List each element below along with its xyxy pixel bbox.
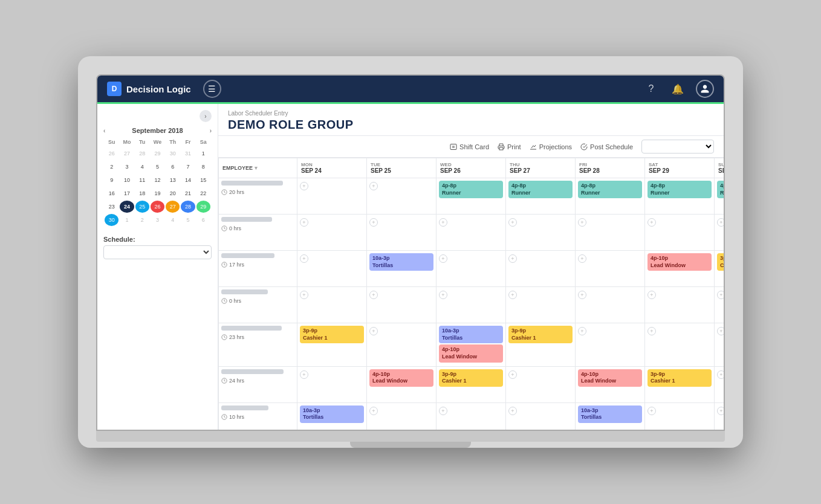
add-shift-button[interactable]: +	[439, 407, 447, 415]
add-shift-button[interactable]: +	[439, 218, 447, 227]
add-shift-button[interactable]: +	[578, 327, 586, 335]
add-shift-button[interactable]: +	[508, 254, 517, 263]
add-shift-button[interactable]: +	[508, 291, 517, 299]
shift-block[interactable]: 3p-9pCashier 1	[717, 253, 724, 271]
shift-cell-3-wed[interactable]: +	[436, 287, 506, 323]
shift-cell-2-wed[interactable]: +	[436, 251, 506, 287]
shift-block[interactable]: 4p-8pRunner	[717, 181, 724, 198]
add-shift-button[interactable]: +	[578, 218, 586, 227]
shift-cell-0-sun[interactable]: 4p-8pRunner	[715, 178, 724, 215]
shift-cell-5-thu[interactable]: +	[506, 366, 576, 402]
shift-cell-1-thu[interactable]: +	[506, 215, 576, 251]
shift-cell-6-sat[interactable]: +	[645, 402, 715, 430]
shift-cell-5-sun[interactable]: +	[715, 366, 724, 402]
shift-block[interactable]: 4p-10pLead Window	[439, 344, 503, 362]
shift-cell-6-thu[interactable]: +	[506, 402, 576, 430]
add-shift-button[interactable]: +	[439, 254, 447, 263]
add-shift-button[interactable]: +	[717, 218, 724, 227]
cal-next-button[interactable]: ›	[210, 128, 212, 134]
shift-cell-0-thu[interactable]: 4p-8pRunner	[506, 178, 576, 215]
role-group-dropdown[interactable]	[641, 140, 714, 153]
add-shift-button[interactable]: +	[439, 291, 447, 299]
add-shift-button[interactable]: +	[717, 327, 724, 335]
add-shift-button[interactable]: +	[300, 291, 308, 299]
projections-button[interactable]: Projections	[530, 143, 572, 150]
shift-block[interactable]: 10a-3pTortillas	[369, 253, 433, 271]
shift-cell-3-sun[interactable]: +	[715, 287, 724, 323]
add-shift-button[interactable]: +	[300, 218, 308, 227]
add-shift-button[interactable]: +	[647, 327, 656, 335]
add-shift-button[interactable]: +	[369, 218, 378, 227]
shift-cell-0-wed[interactable]: 4p-8pRunner	[436, 178, 506, 215]
shift-cell-1-sat[interactable]: +	[645, 215, 715, 251]
add-shift-button[interactable]: +	[647, 407, 656, 415]
add-shift-button[interactable]: +	[369, 182, 378, 190]
add-shift-button[interactable]: +	[300, 254, 308, 263]
shift-cell-3-thu[interactable]: +	[506, 287, 576, 323]
shift-block[interactable]: 4p-10pLead Window	[647, 253, 712, 271]
shift-cell-2-thu[interactable]: +	[506, 251, 576, 287]
shift-block[interactable]: 4p-8pRunner	[647, 181, 712, 198]
shift-cell-4-fri[interactable]: +	[576, 323, 645, 367]
shift-cell-3-mon[interactable]: +	[297, 287, 367, 323]
shift-cell-3-sat[interactable]: +	[645, 287, 715, 323]
shift-block[interactable]: 10a-3pTortillas	[439, 326, 503, 343]
shift-cell-0-tue[interactable]: +	[367, 178, 436, 215]
shift-block[interactable]: 10a-3pTortillas	[578, 405, 642, 423]
shift-card-button[interactable]: Shift Card	[450, 143, 489, 150]
shift-block[interactable]: 4p-8pRunner	[578, 181, 642, 198]
shift-cell-1-mon[interactable]: +	[297, 215, 367, 251]
shift-cell-0-sat[interactable]: 4p-8pRunner	[645, 178, 715, 215]
shift-block[interactable]: 4p-8pRunner	[508, 181, 573, 198]
shift-cell-0-fri[interactable]: 4p-8pRunner	[576, 178, 645, 215]
add-shift-button[interactable]: +	[578, 291, 586, 299]
add-shift-button[interactable]: +	[647, 291, 656, 299]
add-shift-button[interactable]: +	[508, 407, 517, 415]
shift-cell-6-fri[interactable]: 10a-3pTortillas	[576, 402, 645, 430]
shift-cell-6-mon[interactable]: 10a-3pTortillas	[297, 402, 367, 430]
bell-icon[interactable]: 🔔	[669, 80, 686, 97]
menu-button[interactable]: ☰	[203, 80, 221, 98]
schedule-dropdown[interactable]	[103, 245, 212, 259]
shift-cell-5-wed[interactable]: 3p-9pCashier 1	[436, 366, 506, 402]
add-shift-button[interactable]: +	[300, 370, 308, 379]
add-shift-button[interactable]: +	[647, 218, 656, 227]
shift-cell-1-tue[interactable]: +	[367, 215, 436, 251]
shift-cell-4-thu[interactable]: 3p-9pCashier 1	[506, 323, 576, 367]
avatar[interactable]	[696, 80, 714, 98]
shift-cell-6-wed[interactable]: +	[436, 402, 506, 430]
shift-block[interactable]: 3p-9pCashier 1	[508, 326, 573, 343]
shift-block[interactable]: 4p-10pLead Window	[578, 369, 642, 387]
cal-today[interactable]: 24	[120, 201, 134, 213]
help-icon[interactable]: ?	[643, 80, 660, 97]
shift-cell-0-mon[interactable]: +	[297, 178, 367, 215]
shift-cell-4-tue[interactable]: +	[367, 323, 436, 367]
shift-block[interactable]: 3p-9pCashier 1	[647, 369, 712, 387]
add-shift-button[interactable]: +	[717, 407, 724, 415]
shift-cell-3-tue[interactable]: +	[367, 287, 436, 323]
shift-cell-4-sun[interactable]: +	[715, 323, 724, 367]
shift-block[interactable]: 4p-8pRunner	[439, 181, 503, 198]
shift-cell-4-wed[interactable]: 10a-3pTortillas4p-10pLead Window	[436, 323, 506, 367]
shift-cell-5-mon[interactable]: +	[297, 366, 367, 402]
shift-block[interactable]: 3p-9pCashier 1	[439, 369, 503, 387]
shift-cell-6-sun[interactable]: +	[715, 402, 724, 430]
shift-cell-5-tue[interactable]: 4p-10pLead Window	[367, 366, 436, 402]
cal-prev-button[interactable]: ‹	[103, 128, 105, 134]
shift-cell-1-fri[interactable]: +	[576, 215, 645, 251]
add-shift-button[interactable]: +	[369, 407, 378, 415]
shift-block[interactable]: 10a-3pTortillas	[300, 405, 364, 423]
add-shift-button[interactable]: +	[578, 254, 586, 263]
shift-cell-2-fri[interactable]: +	[576, 251, 645, 287]
shift-cell-5-fri[interactable]: 4p-10pLead Window	[576, 366, 645, 402]
add-shift-button[interactable]: +	[717, 370, 724, 379]
shift-cell-5-sat[interactable]: 3p-9pCashier 1	[645, 366, 715, 402]
shift-cell-6-tue[interactable]: +	[367, 402, 436, 430]
shift-block[interactable]: 4p-10pLead Window	[369, 369, 433, 387]
print-button[interactable]: Print	[498, 143, 521, 150]
shift-block[interactable]: 3p-9pCashier 1	[300, 326, 364, 343]
shift-cell-2-sun[interactable]: 3p-9pCashier 1	[715, 251, 724, 287]
shift-cell-3-fri[interactable]: +	[576, 287, 645, 323]
shift-cell-4-sat[interactable]: +	[645, 323, 715, 367]
add-shift-button[interactable]: +	[369, 327, 378, 335]
